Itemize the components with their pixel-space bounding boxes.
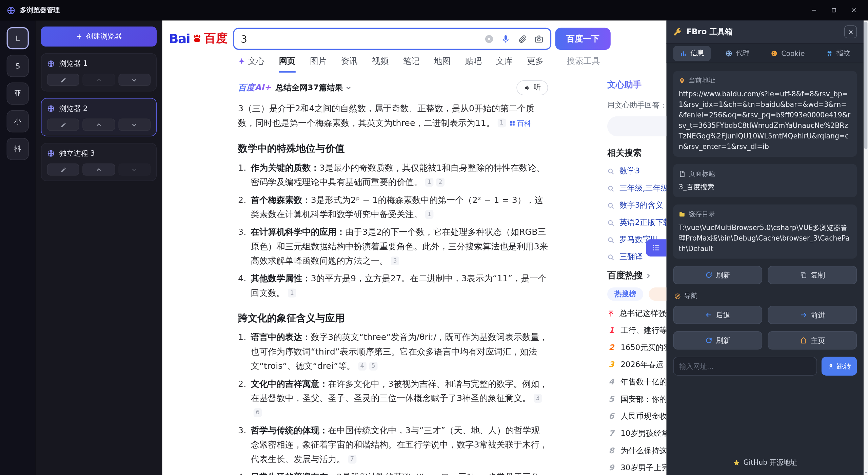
assistant-input[interactable] — [607, 116, 667, 136]
arrow-right-icon — [800, 311, 807, 319]
baidu-logo[interactable]: Bai 百度 — [169, 31, 228, 46]
hot-item[interactable]: 710岁男孩经常 — [607, 429, 667, 439]
page-scrollbar[interactable] — [864, 20, 868, 475]
tab-images[interactable]: 图片 — [310, 56, 327, 73]
go-button[interactable]: 跳转 — [822, 357, 857, 376]
related-search-item[interactable]: 英语2正版下载 — [607, 218, 667, 228]
tab-search-tools[interactable]: 搜索工具 — [567, 56, 600, 73]
hot-item[interactable]: 21650元买的羽绒 — [607, 343, 667, 353]
citation-badge[interactable]: 5 — [369, 362, 377, 370]
pin-top-icon — [607, 310, 614, 317]
baike-source-link[interactable]: 百科 — [509, 119, 531, 127]
tab-map[interactable]: 地图 — [434, 56, 451, 73]
citation-badge[interactable]: 1 — [425, 178, 433, 187]
refresh-info-button[interactable]: 刷新 — [673, 266, 762, 284]
back-button[interactable]: 后退 — [673, 306, 762, 324]
current-url: https://www.baidu.com/s?ie=utf-8&f=8&rsv… — [679, 89, 851, 152]
pencil-icon — [60, 121, 66, 128]
create-browser-button[interactable]: 创建浏览器 — [41, 26, 157, 46]
profile-rail: L S 亚 小 抖 — [0, 20, 35, 475]
toolbox-close-button[interactable] — [844, 25, 857, 38]
related-search-item[interactable]: 数学3 — [607, 166, 667, 176]
copy-button[interactable]: 复制 — [768, 266, 857, 284]
refresh-icon — [705, 337, 712, 344]
close-button[interactable] — [844, 3, 864, 17]
scrollbar-thumb[interactable] — [864, 22, 868, 149]
move-up-button[interactable] — [83, 118, 115, 131]
tab-webpage[interactable]: 网页 — [279, 56, 296, 73]
hot-tab-active[interactable]: 热搜榜 — [607, 287, 643, 301]
move-down-button[interactable] — [118, 118, 151, 131]
profile-avatar[interactable]: 抖 — [7, 138, 29, 160]
tab-wenxin[interactable]: 文心 — [238, 56, 264, 73]
move-up-button[interactable] — [83, 164, 115, 176]
hot-item[interactable]: 4年售数十亿的明 — [607, 377, 667, 387]
attachment-icon[interactable] — [518, 34, 527, 43]
toolbox-tabs: 信息 代理 Cookie 指纹 — [667, 44, 864, 63]
listen-button[interactable]: 听 — [516, 80, 548, 95]
citation-badge[interactable]: 2 — [436, 178, 445, 187]
maximize-button[interactable] — [824, 3, 844, 17]
move-up-button[interactable] — [83, 74, 115, 86]
profile-avatar[interactable]: L — [7, 27, 29, 49]
tab-news[interactable]: 资讯 — [341, 56, 358, 73]
hot-tab-partial[interactable] — [649, 287, 666, 301]
url-input[interactable] — [673, 357, 817, 376]
profile-avatar[interactable]: 小 — [7, 110, 29, 132]
citation-badge[interactable]: 1 — [497, 118, 506, 127]
browser-card[interactable]: 浏览器 1 — [41, 53, 157, 92]
github-link[interactable]: GitHub 开源地址 — [673, 452, 857, 475]
hot-item[interactable]: 8为什么保持这个 — [607, 446, 667, 456]
citation-badge[interactable]: 7 — [348, 455, 356, 463]
hot-item[interactable]: 1工行、建行等多 — [607, 326, 667, 336]
browser-card-selected[interactable]: 浏览器 2 — [41, 98, 157, 136]
toolbox-toggle-button[interactable] — [646, 239, 666, 256]
hot-item[interactable]: 5国安部：你的 — [607, 394, 667, 404]
hot-item[interactable]: 6人民币现金收 — [607, 412, 667, 421]
camera-icon[interactable] — [534, 34, 544, 43]
browser-card[interactable]: 独立进程 3 — [41, 143, 157, 181]
minimize-button[interactable] — [804, 3, 824, 17]
scrollbar-down-arrow[interactable] — [864, 470, 868, 475]
tab-tieba[interactable]: 贴吧 — [465, 56, 481, 73]
citation-badge[interactable]: 6 — [254, 408, 262, 417]
section-heading: 跨文化的象征含义与应用 — [238, 311, 548, 325]
edit-browser-button[interactable] — [47, 164, 79, 176]
tab-cookie[interactable]: Cookie — [764, 46, 811, 60]
home-button[interactable]: 主页 — [768, 331, 857, 349]
search-icon — [607, 202, 614, 209]
clear-icon[interactable] — [485, 34, 494, 43]
tab-proxy[interactable]: 代理 — [718, 46, 756, 61]
move-down-button[interactable] — [118, 164, 151, 176]
edit-browser-button[interactable] — [47, 74, 79, 86]
edit-browser-button[interactable] — [47, 118, 79, 131]
tab-more[interactable]: 更多 — [527, 56, 544, 73]
pencil-icon — [60, 167, 66, 173]
related-search-item[interactable]: 数字3的含义 — [607, 201, 667, 210]
move-down-button[interactable] — [118, 74, 151, 86]
profile-avatar[interactable]: S — [7, 55, 29, 77]
tab-info[interactable]: 信息 — [673, 46, 711, 61]
tab-video[interactable]: 视频 — [372, 56, 389, 73]
hot-item[interactable]: 32026年春运 2月 — [607, 360, 667, 370]
search-input[interactable] — [241, 33, 477, 44]
chevron-down-icon[interactable] — [346, 84, 352, 91]
tab-notes[interactable]: 笔记 — [403, 56, 420, 73]
hot-search-header[interactable]: 百度热搜 — [607, 270, 667, 281]
tab-fingerprint[interactable]: 指纹 — [819, 46, 857, 61]
forward-button[interactable]: 前进 — [768, 306, 857, 324]
search-icon — [607, 253, 614, 261]
citation-badge[interactable]: 3 — [391, 256, 399, 265]
microphone-icon[interactable] — [501, 34, 511, 43]
citation-badge[interactable]: 4 — [358, 362, 366, 370]
tab-wenku[interactable]: 文库 — [496, 56, 513, 73]
hot-pinned-item[interactable]: 总书记这样强调 — [607, 308, 667, 318]
nav-refresh-button[interactable]: 刷新 — [673, 331, 762, 349]
related-search-item[interactable]: 三年级,三年级 — [607, 183, 667, 193]
profile-avatar[interactable]: 亚 — [7, 82, 29, 104]
citation-badge[interactable]: 1 — [288, 289, 296, 298]
citation-badge[interactable]: 1 — [425, 210, 433, 219]
hot-item[interactable]: 930岁男子上完厕 — [607, 463, 667, 473]
citation-badge[interactable]: 3 — [534, 394, 542, 403]
search-submit-button[interactable]: 百度一下 — [555, 28, 611, 50]
